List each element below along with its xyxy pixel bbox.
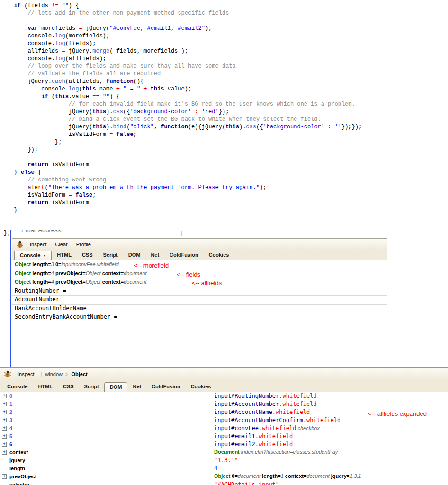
expander-icon[interactable]: + xyxy=(2,434,7,439)
text-segment: input#convFee.whitefield xyxy=(61,261,118,267)
object-link[interactable]: Object xyxy=(15,261,31,267)
inspect-button[interactable]: Inspect xyxy=(13,371,38,377)
property-name[interactable]: 6 xyxy=(9,441,12,447)
tab-cookies[interactable]: Cookies xyxy=(204,252,234,260)
code-segment: css xyxy=(246,124,256,130)
indent xyxy=(4,116,69,123)
email-address-label: Email Address: xyxy=(21,230,63,234)
code-segment: .name xyxy=(96,86,116,92)
text-segment: prevObject= xyxy=(54,279,86,285)
chevron-down-icon: ▼ xyxy=(43,254,46,257)
tab-css[interactable]: CSS xyxy=(58,384,79,392)
code-line: jQuery(this).bind("click", function(e){j… xyxy=(4,123,362,131)
indent xyxy=(4,25,27,32)
expander-icon[interactable]: + xyxy=(2,418,7,422)
value-segment: .whitefield xyxy=(255,441,293,448)
code-segment: log xyxy=(55,33,65,39)
tab-dom[interactable]: DOM xyxy=(123,252,146,260)
code-segment: ; xyxy=(134,131,137,138)
code-segment: ( xyxy=(79,86,82,92)
tab-label: Console xyxy=(7,384,27,389)
expander-icon[interactable]: + xyxy=(2,402,7,406)
tab-label: Cookies xyxy=(191,384,211,389)
log-text: BankAccountHolderName = xyxy=(15,305,93,312)
code-segment: : xyxy=(195,108,198,115)
tab-css[interactable]: CSS xyxy=(77,252,98,260)
profile-button[interactable]: Profile xyxy=(72,242,95,247)
code-line: // bind a click event set the BG back to… xyxy=(4,116,362,123)
tab-console[interactable]: Console▼ xyxy=(14,251,52,260)
tab-script[interactable]: Script xyxy=(98,252,123,260)
code-segment: (morefields); xyxy=(65,33,110,39)
firebug-bug-icon[interactable] xyxy=(16,241,24,248)
firebug-bug-icon[interactable] xyxy=(4,370,11,378)
code-segment: jQuery( xyxy=(82,25,110,32)
tab-label: Script xyxy=(84,384,99,389)
tab-label: ColdFusion xyxy=(170,252,198,258)
code-line: // for each invalid field make it's BG r… xyxy=(4,100,362,108)
code-segment: = xyxy=(69,192,72,198)
object-link[interactable]: Document xyxy=(214,449,240,455)
indent xyxy=(4,131,69,138)
code-segment: // something went wrong xyxy=(27,177,106,183)
firebug-tab-bar: Console▼HTMLCSSScriptDOMNetColdFusionCoo… xyxy=(12,250,387,260)
panel-left-border xyxy=(10,230,11,367)
indent xyxy=(4,10,27,17)
code-segment: console. xyxy=(41,86,69,92)
indent xyxy=(4,78,27,85)
code-line: } else { xyxy=(4,169,362,176)
code-segment: each xyxy=(52,78,65,85)
expander-icon[interactable]: + xyxy=(2,450,7,455)
indent xyxy=(4,146,27,153)
code-segment: function xyxy=(106,78,134,85)
tab-html[interactable]: HTML xyxy=(33,384,58,392)
clear-button[interactable]: Clear xyxy=(51,242,72,247)
tab-coldfusion[interactable]: ColdFusion xyxy=(164,252,204,260)
breadcrumb-object[interactable]: Object xyxy=(70,371,89,377)
object-link[interactable]: Object xyxy=(15,270,31,276)
code-segment: false xyxy=(75,192,92,198)
code-segment: if xyxy=(14,2,21,9)
object-link[interactable]: Object xyxy=(15,279,31,285)
code-segment: // lets add in the other non payment met… xyxy=(27,10,229,17)
expander-icon[interactable]: + xyxy=(2,410,7,414)
firebug-toolbar: Inspect | window > Object xyxy=(0,368,448,380)
code-segment: " = " xyxy=(123,86,140,92)
indent xyxy=(4,207,14,214)
value-segment: 4 xyxy=(214,465,217,472)
expander-icon[interactable]: + xyxy=(2,442,7,447)
inspect-button[interactable]: Inspect xyxy=(26,242,51,247)
text-segment: 0= xyxy=(54,261,62,267)
object-link[interactable]: Object xyxy=(214,473,230,479)
code-segment: console. xyxy=(27,40,55,47)
code-segment: this xyxy=(82,86,96,92)
dom-row: +1input#AccountNumber.whitefield xyxy=(0,400,448,408)
code-segment: 'background-color' xyxy=(130,108,191,115)
code-segment xyxy=(113,131,116,138)
tab-coldfusion[interactable]: ColdFusion xyxy=(146,384,186,392)
tab-net[interactable]: Net xyxy=(127,384,146,392)
property-value: 4 xyxy=(214,465,217,472)
code-line: console.log(this.name + " = " + this.val… xyxy=(4,85,362,93)
expander-icon[interactable]: + xyxy=(2,426,7,431)
code-segment: this xyxy=(92,108,106,115)
text-segment: length= xyxy=(31,270,51,276)
tab-script[interactable]: Script xyxy=(79,384,104,392)
text-segment: prevObject= xyxy=(54,270,86,276)
tab-cookies[interactable]: Cookies xyxy=(186,384,216,392)
expander-icon[interactable]: + xyxy=(2,394,7,398)
code-segment: allfields xyxy=(27,48,62,54)
annotation: <-- morefield xyxy=(134,261,169,269)
console-row: SecondEntryBankAccountNumber = xyxy=(12,313,387,322)
tab-html[interactable]: HTML xyxy=(52,252,77,260)
tab-net[interactable]: Net xyxy=(145,252,164,260)
tab-dom[interactable]: DOM xyxy=(104,382,128,392)
code-line: return isValidForm xyxy=(4,161,362,169)
firebug-dom-panel: Inspect | window > Object ConsoleHTMLCSS… xyxy=(0,367,448,485)
breadcrumb-window[interactable]: window xyxy=(44,371,64,377)
code-segment: // loop over the fields and make sure th… xyxy=(27,63,235,70)
log-text: SecondEntryBankAccountNumber = xyxy=(15,314,117,320)
expander-icon[interactable]: + xyxy=(2,474,7,479)
tab-console[interactable]: Console xyxy=(2,384,33,392)
code-segment: jQuery( xyxy=(69,124,92,130)
